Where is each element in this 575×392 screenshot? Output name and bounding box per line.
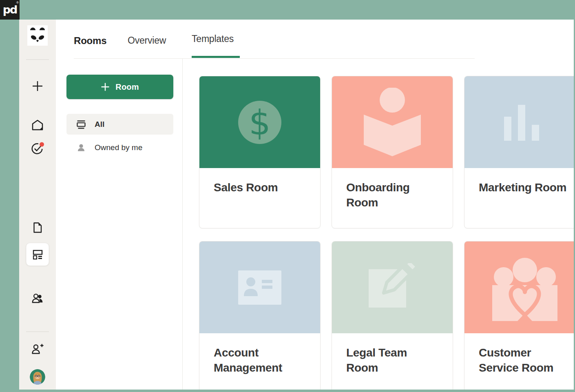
template-card-customer-service-room[interactable]: Customer Service Room bbox=[464, 241, 574, 390]
panel-divider bbox=[182, 58, 183, 390]
id-card-icon bbox=[238, 270, 281, 305]
pandadoc-logo[interactable]: pd ® bbox=[0, 0, 20, 20]
add-user-icon bbox=[31, 343, 44, 355]
template-card-header bbox=[464, 241, 574, 333]
template-card-title: Account Management bbox=[199, 333, 320, 375]
active-tab-underline bbox=[192, 56, 240, 58]
sidebar-divider-bottom bbox=[26, 331, 49, 332]
pandadoc-logo-text: pd bbox=[3, 3, 17, 16]
sidebar-item-contacts[interactable] bbox=[31, 292, 44, 304]
avatar-photo bbox=[30, 369, 45, 385]
filter-all[interactable]: All bbox=[66, 114, 173, 135]
template-card-header bbox=[199, 241, 320, 333]
rooms-icon bbox=[32, 249, 43, 260]
tab-overview[interactable]: Overview bbox=[128, 35, 166, 46]
create-new-button[interactable] bbox=[31, 80, 44, 92]
contacts-icon bbox=[31, 292, 44, 304]
document-icon bbox=[31, 221, 44, 234]
edit-pencil-icon bbox=[368, 263, 417, 312]
template-card-title: Legal Team Room bbox=[332, 333, 453, 375]
user-avatar[interactable] bbox=[30, 369, 45, 385]
main-content: Rooms Overview Templates Room All Owned … bbox=[56, 20, 574, 390]
filter-all-label: All bbox=[95, 120, 104, 129]
filter-owned-by-me[interactable]: Owned by me bbox=[66, 138, 173, 157]
invite-user-button[interactable] bbox=[31, 343, 44, 355]
template-card-marketing-room[interactable]: Marketing Room bbox=[464, 76, 574, 228]
sidebar-item-home[interactable] bbox=[31, 119, 44, 131]
dollar-icon: $ bbox=[237, 100, 282, 145]
template-card-onboarding-room[interactable]: Onboarding Room bbox=[332, 76, 453, 228]
template-card-header bbox=[332, 76, 453, 168]
template-card-title: Sales Room bbox=[199, 168, 320, 195]
new-room-button-label: Room bbox=[115, 82, 139, 92]
sidebar-divider-top bbox=[26, 59, 49, 60]
rooms-filter-icon bbox=[76, 119, 86, 130]
template-card-account-management[interactable]: Account Management bbox=[199, 241, 321, 390]
template-card-title: Onboarding Room bbox=[332, 168, 453, 210]
reader-icon bbox=[364, 88, 421, 157]
bar-chart-icon bbox=[504, 104, 546, 141]
sidebar-item-rooms-active[interactable] bbox=[26, 243, 49, 266]
team-heart-icon bbox=[492, 254, 557, 321]
plus-icon bbox=[31, 80, 44, 92]
check-circle-icon bbox=[31, 142, 44, 155]
notification-dot bbox=[40, 142, 44, 147]
new-room-button[interactable]: Room bbox=[66, 75, 173, 99]
template-card-header bbox=[464, 76, 574, 168]
svg-text:$: $ bbox=[249, 103, 270, 143]
template-card-sales-room[interactable]: $ Sales Room bbox=[199, 76, 321, 228]
filter-owned-label: Owned by me bbox=[95, 143, 142, 152]
sidebar-item-documents[interactable] bbox=[31, 221, 44, 234]
header-divider bbox=[74, 58, 475, 59]
sidebar-item-approvals[interactable] bbox=[31, 142, 44, 155]
template-card-title: Marketing Room bbox=[464, 168, 574, 195]
template-card-header: $ bbox=[199, 76, 320, 168]
home-icon bbox=[31, 119, 44, 131]
workspace-switcher[interactable] bbox=[27, 25, 48, 46]
template-card-header bbox=[332, 241, 453, 333]
template-card-legal-team-room[interactable]: Legal Team Room bbox=[332, 241, 453, 390]
app-sidebar bbox=[19, 20, 56, 390]
panda-icon bbox=[27, 25, 48, 46]
person-icon bbox=[76, 143, 86, 153]
page-title: Rooms bbox=[74, 35, 106, 47]
tab-templates[interactable]: Templates bbox=[192, 33, 234, 44]
registered-trademark: ® bbox=[16, 1, 19, 4]
plus-icon bbox=[101, 82, 110, 91]
template-card-title: Customer Service Room bbox=[464, 333, 574, 375]
